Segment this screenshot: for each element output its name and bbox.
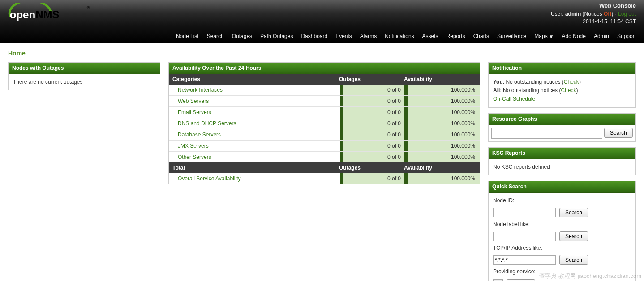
nav-path-outages[interactable]: Path Outages (260, 33, 293, 40)
availability-row: Web Servers0 of 0100.000% (169, 95, 480, 106)
svg-text:openNMS: openNMS (10, 9, 60, 21)
logout-link[interactable]: Log out (618, 11, 636, 17)
availability-overall-row: Overall Service Availability 0 of 0 100.… (169, 173, 480, 184)
nav-dashboard[interactable]: Dashboard (301, 33, 327, 40)
nav-assets[interactable]: Assets (422, 33, 438, 40)
node-label-input[interactable] (493, 232, 556, 241)
nav-add-node[interactable]: Add Node (562, 33, 586, 40)
check-all-link[interactable]: Check (561, 87, 576, 94)
header-status: Web Console User: admin (Notices Off) - … (551, 2, 636, 26)
resource-graphs-search-button[interactable]: Search (604, 128, 633, 138)
tcpip-input[interactable] (493, 255, 556, 265)
current-user: admin (565, 11, 581, 17)
outages-panel-body: There are no current outages (9, 74, 160, 90)
resource-graphs-panel: Resource Graphs Search (488, 113, 636, 142)
node-label-search-button[interactable]: Search (559, 231, 588, 241)
quick-search-panel: Quick Search Node ID: Search Node label … (488, 181, 636, 281)
svg-text:®: ® (87, 5, 90, 10)
availability-title: Availability Over the Past 24 Hours (169, 63, 480, 74)
check-you-link[interactable]: Check (564, 79, 579, 85)
nav-charts[interactable]: Charts (473, 33, 489, 40)
availability-row: DNS and DHCP Servers0 of 0100.000% (169, 118, 480, 129)
category-link[interactable]: DNS and DHCP Servers (178, 120, 236, 127)
breadcrumb[interactable]: Home (8, 50, 636, 57)
category-link[interactable]: Database Servers (178, 132, 221, 138)
oncall-schedule-link[interactable]: On-Call Schedule (493, 96, 535, 102)
outages-panel-title: Nodes with Outages (9, 63, 160, 74)
notices-status[interactable]: Off (604, 11, 611, 17)
nav-surveillance[interactable]: Surveillance (497, 33, 526, 40)
nav-notifications[interactable]: Notifications (385, 33, 414, 40)
header-datetime: 2014-4-15 11:54 CST (551, 18, 636, 26)
node-id-search-button[interactable]: Search (559, 208, 588, 217)
chevron-down-icon: ▼ (549, 34, 554, 40)
nav-reports[interactable]: Reports (447, 33, 465, 40)
availability-panel: Availability Over the Past 24 Hours Cate… (168, 62, 480, 184)
main-nav: Node ListSearchOutagesPath OutagesDashbo… (176, 33, 636, 40)
category-link[interactable]: Other Servers (178, 154, 211, 160)
category-link[interactable]: Web Servers (178, 98, 209, 104)
nav-search[interactable]: Search (207, 33, 224, 40)
outages-panel: Nodes with Outages There are no current … (8, 62, 160, 90)
nav-outages[interactable]: Outages (232, 33, 252, 40)
availability-header-row: Categories Outages Availability (169, 74, 480, 85)
service-search-button[interactable]: Search (507, 279, 535, 281)
resource-graphs-input[interactable] (491, 128, 602, 139)
nav-support[interactable]: Support (617, 33, 636, 40)
category-link[interactable]: Email Servers (178, 109, 211, 115)
header: openNMS ® Web Console User: admin (Notic… (0, 0, 644, 43)
nav-node-list[interactable]: Node List (176, 33, 199, 40)
category-link[interactable]: Network Interfaces (178, 87, 223, 93)
availability-row: Other Servers0 of 0100.000% (169, 151, 480, 162)
availability-row: Database Servers0 of 0100.000% (169, 129, 480, 140)
opennms-logo[interactable]: openNMS ® (6, 3, 95, 24)
notification-panel: Notification You: No outstanding notices… (488, 62, 636, 108)
nav-alarms[interactable]: Alarms (360, 33, 377, 40)
availability-row: Network Interfaces0 of 0100.000% (169, 85, 480, 95)
availability-row: JMX Servers0 of 0100.000% (169, 140, 480, 151)
ksc-reports-panel: KSC Reports No KSC reports defined (488, 147, 636, 175)
availability-row: Email Servers0 of 0100.000% (169, 106, 480, 118)
console-title: Web Console (551, 2, 636, 10)
service-select[interactable] (493, 279, 503, 281)
nav-events[interactable]: Events (335, 33, 352, 40)
category-link[interactable]: JMX Servers (178, 143, 209, 149)
node-id-input[interactable] (493, 208, 556, 217)
nav-admin[interactable]: Admin (594, 33, 609, 40)
availability-footer-row: Total Outages Availability (169, 162, 480, 173)
tcpip-search-button[interactable]: Search (559, 255, 588, 265)
overall-availability-link[interactable]: Overall Service Availability (178, 175, 241, 182)
nav-maps[interactable]: Maps▼ (534, 33, 554, 40)
